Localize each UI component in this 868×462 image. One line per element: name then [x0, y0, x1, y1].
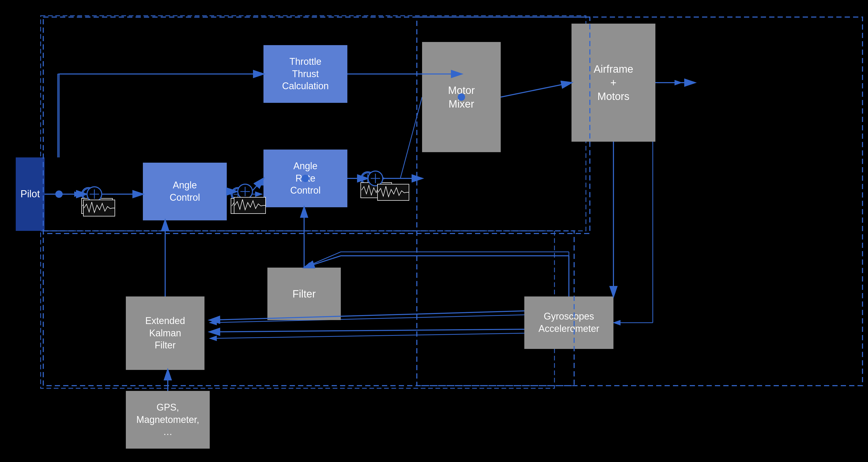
- svg-line-50: [501, 83, 571, 97]
- svg-line-10: [400, 97, 422, 178]
- svg-line-54: [210, 311, 524, 320]
- svg-line-11: [501, 83, 571, 97]
- filter-block: Filter: [268, 268, 341, 320]
- svg-line-58: [304, 256, 341, 268]
- angle-rate-control-block: AngleRateControl: [264, 149, 347, 207]
- waveform-1: [81, 198, 113, 214]
- ekf-block: ExtendedKalmanFilter: [126, 296, 205, 370]
- svg-line-20: [304, 252, 341, 268]
- throttle-thrust-block: ThrottleThrustCalculation: [264, 45, 347, 103]
- pilot-block: Pilot: [16, 157, 44, 231]
- svg-line-55: [210, 329, 524, 332]
- gps-block: GPS,Magnetometer,…: [126, 391, 210, 449]
- svg-line-16: [210, 315, 524, 323]
- svg-line-17: [210, 333, 524, 339]
- svg-line-46: [252, 178, 264, 192]
- gyroscopes-block: GyroscopesAccelerometer: [524, 296, 614, 349]
- waveform-3: [361, 182, 392, 198]
- motor-mixer-block: MotorMixer: [422, 42, 501, 152]
- airframe-block: Airframe+Motors: [571, 24, 655, 142]
- angle-control-block: AngleControl: [143, 163, 227, 220]
- waveform-2: [231, 198, 262, 214]
- svg-point-62: [55, 191, 63, 198]
